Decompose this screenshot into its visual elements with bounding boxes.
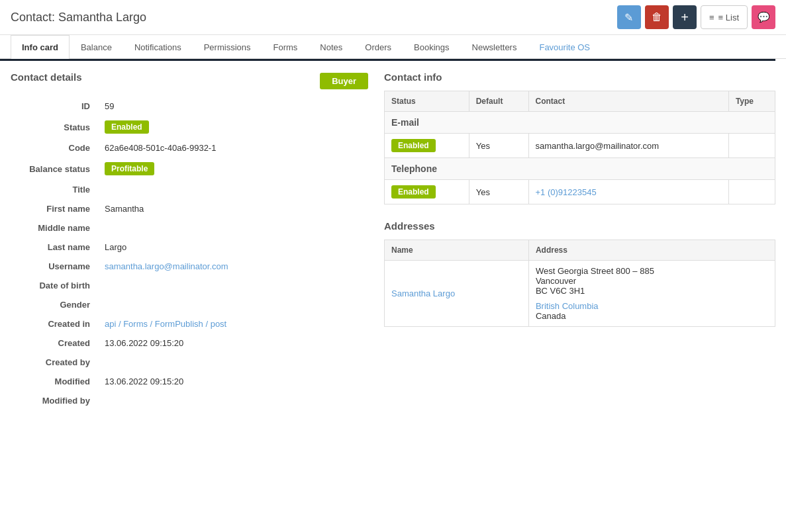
tab-newsletters[interactable]: Newsletters [461,35,528,59]
table-row: Gender [12,296,367,314]
table-row: Modified 13.06.2022 09:15:20 [12,373,367,390]
page-title: Contact: Samantha Largo [11,11,146,24]
tabs-bar: Info card Balance Notifications Permissi… [0,35,786,59]
contact-info-title: Contact info [384,71,775,83]
created-by-label: Created by [12,353,98,371]
id-value: 59 [99,97,367,115]
modified-label: Modified [12,373,98,390]
status-label: Status [12,116,98,138]
address-line1: West Georgia Street 800 – 885 [536,266,768,276]
email-data-row: Enabled Yes samantha.largo@mailinator.co… [385,134,775,158]
telephone-section-label: Telephone [385,158,775,180]
dob-value [99,277,367,294]
address-line2: Vancouver [536,276,768,286]
address-line3: BC V6C 3H1 [536,286,768,296]
col-default: Default [469,91,528,112]
table-row: First name Samantha [12,200,367,218]
tab-info-card[interactable]: Info card [11,35,70,59]
table-row: Balance status Profitable [12,158,367,179]
table-row: Date of birth [12,277,367,294]
address-country: Canada [536,311,768,321]
tab-balance[interactable]: Balance [70,35,123,59]
tab-bookings[interactable]: Bookings [403,35,460,59]
table-row: Code 62a6e408-501c-40a6-9932-1 [12,139,367,157]
telephone-type [728,180,775,204]
telephone-section-row: Telephone [385,158,775,180]
list-button[interactable]: ≡ ≡ List [701,5,748,29]
message-button[interactable]: 💬 [752,5,775,29]
contact-details-header: Contact details Buyer [11,71,368,91]
address-name-link[interactable]: Samantha Largo [391,288,455,298]
tab-orders[interactable]: Orders [354,35,403,59]
table-row: Last name Largo [12,238,367,256]
add-button[interactable]: + [673,5,697,29]
balance-status-value: Profitable [99,158,367,179]
col-address: Address [528,240,775,261]
top-actions: ✎ 🗑 + ≡ ≡ List 💬 [617,5,775,29]
addresses-header-row: Name Address [385,240,775,261]
last-name-value: Largo [99,238,367,256]
col-status: Status [385,91,469,112]
telephone-status-badge: Enabled [391,185,436,199]
edit-button[interactable]: ✎ [617,5,641,29]
last-name-label: Last name [12,238,98,256]
created-by-value [99,353,367,371]
telephone-status: Enabled [385,180,469,204]
contact-details-table: ID 59 Status Enabled Code 62a6e408-501c-… [11,96,368,411]
modified-by-label: Modified by [12,392,98,410]
created-in-value: api / Forms / FormPublish / post [99,315,367,333]
email-default: Yes [469,134,528,158]
right-panel: Contact info Status Default Contact Type… [384,71,775,411]
table-row: Modified by [12,392,367,410]
address-row: Samantha Largo West Georgia Street 800 –… [385,261,775,327]
table-row: Middle name [12,219,367,237]
dob-label: Date of birth [12,277,98,294]
address-name: Samantha Largo [385,261,529,327]
status-badge: Enabled [105,120,149,134]
email-section-label: E-mail [385,112,775,134]
buyer-badge: Buyer [320,73,368,89]
telephone-contact: +1 (0)91223545 [528,180,728,204]
email-section-row: E-mail [385,112,775,134]
balance-status-label: Balance status [12,158,98,179]
addresses-table: Name Address Samantha Largo West Georgia… [384,240,775,327]
email-status: Enabled [385,134,469,158]
created-in-link[interactable]: api / Forms / FormPublish / post [105,319,226,329]
email-type [728,134,775,158]
tab-forms[interactable]: Forms [262,35,309,59]
created-value: 13.06.2022 09:15:20 [99,334,367,352]
first-name-label: First name [12,200,98,218]
title-value [99,181,367,199]
top-bar: Contact: Samantha Largo ✎ 🗑 + ≡ ≡ List 💬 [0,0,786,35]
username-label: Username [12,257,98,275]
username-value: samantha.largo@mailinator.com [99,257,367,275]
id-label: ID [12,97,98,115]
contact-info-table: Status Default Contact Type E-mail Enabl… [384,91,775,204]
table-row: Created by [12,353,367,371]
middle-name-value [99,219,367,237]
contact-details-panel: Contact details Buyer ID 59 Status Enabl… [11,71,368,411]
address-details: West Georgia Street 800 – 885 Vancouver … [528,261,775,327]
first-name-value: Samantha [99,200,367,218]
tab-notifications[interactable]: Notifications [123,35,193,59]
delete-button[interactable]: 🗑 [645,5,669,29]
tab-favourite-os[interactable]: Favourite OS [528,35,601,59]
table-row: Username samantha.largo@mailinator.com [12,257,367,275]
code-value: 62a6e408-501c-40a6-9932-1 [99,139,367,157]
gender-label: Gender [12,296,98,314]
balance-status-badge: Profitable [105,162,154,175]
list-icon: ≡ [709,13,714,22]
table-row: Title [12,181,367,199]
table-row: Created 13.06.2022 09:15:20 [12,334,367,352]
addresses-section: Addresses Name Address Samantha Largo We… [384,220,775,327]
telephone-default: Yes [469,180,528,204]
username-link[interactable]: samantha.largo@mailinator.com [105,261,228,271]
created-in-label: Created in [12,315,98,333]
email-contact: samantha.largo@mailinator.com [528,134,728,158]
title-label: Title [12,181,98,199]
table-row: ID 59 [12,97,367,115]
tab-notes[interactable]: Notes [309,35,354,59]
contact-details-title: Contact details [11,71,82,83]
addresses-title: Addresses [384,220,775,232]
tab-permissions[interactable]: Permissions [193,35,262,59]
